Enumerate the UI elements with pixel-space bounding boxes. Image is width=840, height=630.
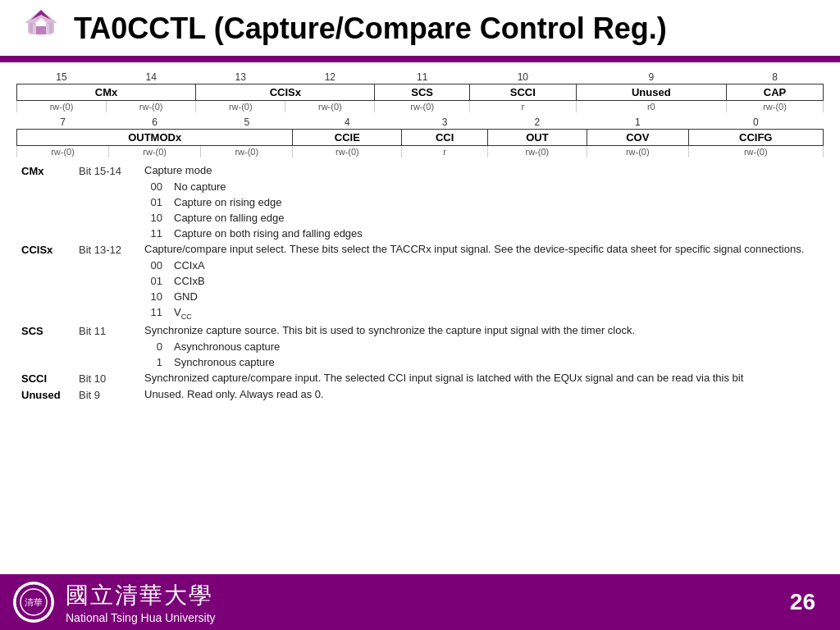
- bit-range-cmx: Bit 15-14: [74, 162, 139, 179]
- desc-ccisx-main: CCISx Bit 13-12 Capture/compare input se…: [16, 241, 824, 258]
- logo-area: [16, 8, 66, 49]
- desc-cmx-10: 10 Capture on falling edge: [16, 210, 824, 226]
- bit-numbers-upper: 15 14 13 12 11 10 9 8: [17, 71, 824, 84]
- capture-rising-text: Capture on rising edge: [169, 194, 824, 210]
- desc-cmx-11: 11 Capture on both rising and falling ed…: [16, 226, 824, 241]
- bit-range-scs: Bit 11: [74, 322, 139, 339]
- footer-page-number: 26: [790, 589, 815, 615]
- field-label-ccisx: CCISx: [16, 241, 74, 258]
- desc-ccisx-01: 01 CCIxB: [16, 273, 824, 289]
- field-names-upper: CMx CCISx SCS SCCI Unused CAP: [17, 84, 824, 101]
- field-label-scs: SCS: [16, 322, 74, 339]
- footer-university-info: 國立清華大學 National Tsing Hua University: [66, 580, 216, 624]
- header: TA0CCTL (Capture/Compare Control Reg.): [0, 0, 840, 59]
- register-table-lower: 7 6 5 4 3 2 1 0 OUTMODx CCIE CCI OUT COV…: [16, 116, 824, 158]
- field-label-scci: SCCI: [16, 370, 74, 386]
- footer-logo: 清華: [13, 582, 54, 623]
- desc-scs-main: SCS Bit 11 Synchronize capture source. T…: [16, 322, 824, 339]
- access-upper: rw-(0) rw-(0) rw-(0) rw-(0) rw-(0) r r0 …: [17, 101, 824, 113]
- footer: 清華 國立清華大學 National Tsing Hua University …: [0, 574, 840, 630]
- desc-scs-text: Synchronize capture source. This bit is …: [139, 322, 824, 339]
- bit-range-unused: Bit 9: [74, 386, 139, 403]
- svg-marker-1: [31, 10, 51, 20]
- desc-unused-main: Unused Bit 9 Unused. Read only. Always r…: [16, 386, 824, 403]
- footer-chinese-name: 國立清華大學: [66, 580, 216, 611]
- page-title: TA0CCTL (Capture/Compare Control Reg.): [74, 12, 667, 45]
- bit-range-ccisx: Bit 13-12: [74, 241, 139, 258]
- footer-english-name: National Tsing Hua University: [66, 611, 216, 624]
- field-label-cmx: CMx: [16, 162, 74, 179]
- description-table: CMx Bit 15-14 Capture mode 00 No capture…: [16, 162, 824, 403]
- desc-cmx-00: 00 No capture: [16, 179, 824, 194]
- desc-ccisx-00: 00 CCIxA: [16, 258, 824, 273]
- nthu-emblem: 清華: [15, 583, 52, 621]
- field-label-unused: Unused: [16, 386, 74, 403]
- svg-rect-4: [36, 26, 46, 34]
- desc-ccisx-11: 11 VCC: [16, 304, 824, 322]
- desc-scs-0: 0 Asynchronous capture: [16, 339, 824, 354]
- field-names-lower: OUTMODx CCIE CCI OUT COV CCIFG: [17, 130, 824, 146]
- desc-scs-1: 1 Synchronous capture: [16, 354, 824, 370]
- desc-cmx-text: Capture mode: [139, 162, 824, 179]
- main-content: 15 14 13 12 11 10 9 8 CMx CCISx SCS SCCI…: [0, 66, 840, 408]
- desc-scci-text: Synchronized capture/compare input. The …: [139, 370, 824, 386]
- desc-ccisx-text: Capture/compare input select. These bits…: [139, 241, 824, 258]
- university-logo-icon: [16, 8, 66, 49]
- svg-rect-3: [46, 23, 52, 34]
- desc-unused-text: Unused. Read only. Always read as 0.: [139, 386, 824, 403]
- svg-rect-2: [30, 23, 36, 34]
- register-table-upper: 15 14 13 12 11 10 9 8 CMx CCISx SCS SCCI…: [16, 71, 824, 112]
- desc-scci-main: SCCI Bit 10 Synchronized capture/compare…: [16, 370, 824, 386]
- bit-range-scci: Bit 10: [74, 370, 139, 386]
- bit-numbers-lower: 7 6 5 4 3 2 1 0: [17, 116, 824, 130]
- access-lower: rw-(0) rw-(0) rw-(0) rw-(0) r rw-(0) rw-…: [17, 146, 824, 158]
- desc-cmx-01: 01 Capture on rising edge: [16, 194, 824, 210]
- svg-text:清華: 清華: [25, 597, 43, 607]
- desc-ccisx-10: 10 GND: [16, 289, 824, 304]
- desc-cmx-main: CMx Bit 15-14 Capture mode: [16, 162, 824, 179]
- header-divider: [0, 59, 840, 62]
